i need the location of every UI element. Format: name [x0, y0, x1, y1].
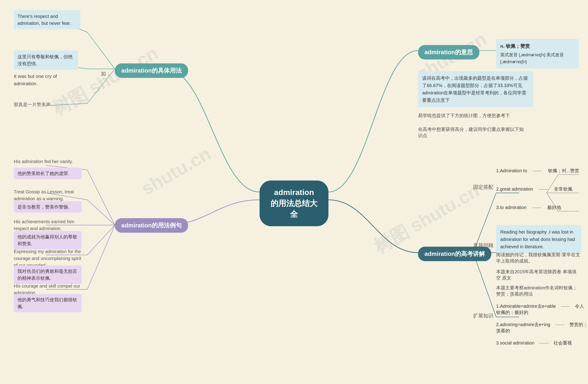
- ex5-cn: 他的勇气和技巧使我们都很钦佩.: [14, 294, 82, 312]
- watermark-2: shutu.cn: [138, 143, 214, 200]
- desc2: 易学啦也提供了下方的统计图，方便您参考下: [418, 112, 524, 119]
- example-en-2: It was but one cry of admiration.: [14, 73, 80, 87]
- canvas: 树图 shutu.cn shutu.cn 树图 shutu.cn shutu.c…: [0, 0, 588, 384]
- example-en-1: There's respect and admiration, but neve…: [14, 10, 80, 29]
- kuozhan-2: 2.admiring=admire去e+ing —— 赞赏的；羡慕的: [496, 321, 588, 334]
- zhenti-label: 真题回顾: [473, 242, 493, 249]
- ex1-en: His admiration fed her vanity.: [14, 158, 83, 165]
- ex2-cn: 是非当教育，赞美作警惕.: [14, 201, 82, 213]
- phonetics-text: 英式发音 [ˌædmə'reɪʃn] 美式发音 [ˌædmə'reɪʃn]: [500, 51, 575, 65]
- desc-box: 该词在高考中，出现最多的题型是在单项部分，占据了66.67%，在阅读题型部分，占…: [418, 71, 533, 107]
- ex3-en: His achievements earned him respect and …: [14, 218, 83, 232]
- phonetics-box: n. 钦佩；赞赏 英式发音 [ˌædmə'reɪʃn] 美式发音 [ˌædmə'…: [496, 39, 579, 68]
- branch-juti: admiration的具体用法: [115, 64, 188, 78]
- zhenti-en: Reading her biography ,I was lost in adm…: [496, 225, 581, 254]
- branch-yisi: admiration的意思: [418, 45, 479, 60]
- phonetics-label: n. 钦佩；赞赏: [500, 42, 575, 50]
- gudingpei-2: 2.great admiration —— 非常钦佩: [496, 186, 572, 192]
- kuozhan-1: 1.Admirable=admire去e+able —— 令人钦佩的；极好的: [496, 303, 588, 316]
- svg-line-14: [87, 225, 115, 289]
- zhenti-cn: 阅读她的传记，我很钦佩佩里斯·莱辛在文学上取得的成就。: [496, 252, 581, 264]
- center-node: admiration的用法总结大 全: [260, 181, 328, 226]
- desc3: 在高考中想要获得高分，建议同学们重点掌握以下知识点: [418, 126, 524, 139]
- ex3-cn: 他的成就为他赢得别人的尊敬和赞美.: [14, 231, 82, 249]
- svg-line-6: [87, 170, 115, 225]
- gudingpei-label: 固定搭配: [473, 184, 493, 191]
- kuozhan-3: 3.social admiration —— 社会重视: [496, 340, 572, 346]
- branch-yongfa: admiration的用法例句: [115, 218, 188, 233]
- svg-line-0: [87, 32, 115, 69]
- zhenti-note1: 本题来自2015年高考英语陕西卷 单项填空 原文: [496, 269, 581, 281]
- ex4-cn: 我对伤员们的勇敢和毫无怨言的精神表示钦佩.: [14, 265, 82, 284]
- ex2-en: Treat Gossip as Lesson, treat admiration…: [14, 188, 83, 202]
- ru-label: 如：: [101, 70, 111, 77]
- gudingpei-3: 3.to admiration —— 极好地: [496, 204, 561, 211]
- svg-line-21: [473, 253, 496, 317]
- gudingpei-1: 1.Admiration to —— 钦佩；对...赞赏: [496, 168, 579, 174]
- ex1-cn: 他的赞美助长了她的虚荣.: [14, 168, 82, 179]
- svg-line-12: [87, 225, 115, 255]
- example-cn-2: 那真是一片赞美声.: [14, 101, 78, 108]
- example-cn-1: 这里只有尊敬和钦佩，但绝没有恐惧.: [14, 50, 78, 70]
- zhenti-note2: 本题主要考察admiration作名词时钦佩；赞赏；羡慕的用法: [496, 285, 581, 297]
- svg-line-8: [87, 200, 115, 225]
- kuozhan-label: 扩展知识: [473, 312, 493, 319]
